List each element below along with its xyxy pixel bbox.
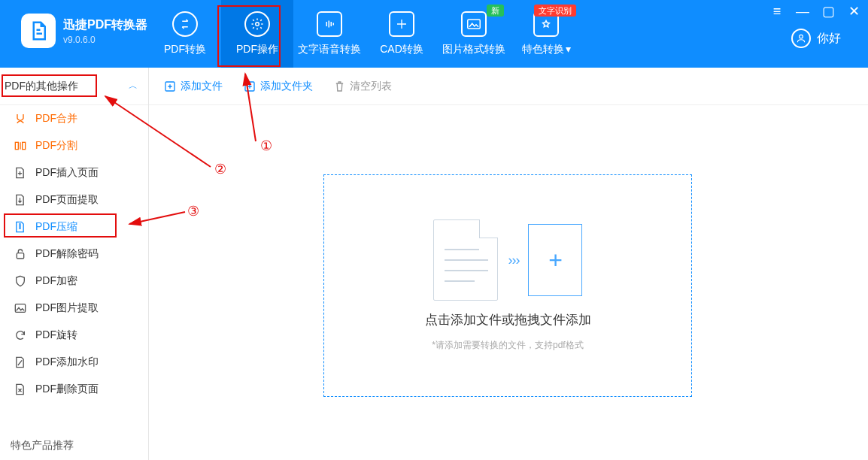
- sidebar-item-label: PDF插入页面: [35, 166, 99, 180]
- audio-icon: [317, 11, 342, 37]
- sidebar-item-delete-page[interactable]: PDF删除页面: [0, 376, 148, 403]
- swap-icon: [172, 11, 198, 37]
- rotate-icon: [14, 329, 26, 342]
- document-icon: [433, 219, 498, 301]
- main-tabs: PDF转换 PDF操作 文字语音转换 CAD转换 新 图片格式转换 文字识别 特…: [149, 0, 582, 68]
- sidebar-item-compress[interactable]: PDF压缩: [0, 213, 148, 241]
- sidebar-item-rotate[interactable]: PDF旋转: [0, 322, 148, 349]
- svg-point-2: [800, 35, 803, 38]
- tab-image-format[interactable]: 新 图片格式转换: [438, 0, 510, 68]
- app-name: 迅捷PDF转换器: [63, 17, 147, 33]
- sidebar-item-remove-password[interactable]: PDF解除密码: [0, 241, 148, 268]
- add-folder-button[interactable]: 添加文件夹: [244, 80, 313, 93]
- tab-label: PDF操作: [236, 43, 278, 56]
- gear-icon: [244, 11, 270, 37]
- sidebar-item-label: PDF图片提取: [35, 301, 99, 315]
- user-greeting: 你好: [817, 31, 841, 47]
- toolbar-label: 添加文件夹: [260, 80, 313, 93]
- image-icon: [461, 11, 487, 37]
- svg-rect-5: [17, 253, 23, 259]
- sidebar-item-label: PDF解除密码: [35, 247, 99, 261]
- add-box-icon: +: [528, 224, 582, 296]
- cad-icon: [389, 11, 414, 37]
- file-plus-icon: [164, 80, 176, 92]
- tab-cad[interactable]: CAD转换: [366, 0, 438, 68]
- shield-icon: [14, 275, 26, 288]
- app-brand: 迅捷PDF转换器 v9.0.6.0: [21, 14, 147, 48]
- watermark-icon: [14, 356, 26, 369]
- toolbar-label: 添加文件: [181, 80, 223, 93]
- toolbar-label: 清空列表: [350, 80, 392, 93]
- arrows-icon: › › ›: [508, 253, 518, 268]
- minimize-button[interactable]: —: [796, 5, 809, 18]
- tab-special[interactable]: 文字识别 特色转换▾: [510, 0, 582, 68]
- user-area[interactable]: 你好: [791, 29, 841, 48]
- title-bar: 迅捷PDF转换器 v9.0.6.0 PDF转换 PDF操作 文字语音转换 CAD…: [0, 0, 868, 68]
- sidebar-group-header[interactable]: PDF的其他操作 ︿: [0, 68, 148, 105]
- tab-label: 文字语音转换: [298, 43, 361, 56]
- annotation-number-1: ①: [260, 138, 272, 154]
- annotation-number-3: ③: [187, 203, 199, 219]
- sidebar-item-watermark[interactable]: PDF添加水印: [0, 349, 148, 376]
- sidebar-item-label: PDF添加水印: [35, 356, 99, 369]
- delete-page-icon: [14, 383, 26, 396]
- sidebar-item-extract-page[interactable]: PDF页面提取: [0, 186, 148, 213]
- merge-icon: [14, 113, 26, 126]
- sidebar-item-label: PDF删除页面: [35, 383, 99, 396]
- dropzone[interactable]: › › › + 点击添加文件或拖拽文件添加 *请添加需要转换的文件，支持pdf格…: [323, 174, 692, 397]
- tab-pdf-convert[interactable]: PDF转换: [149, 0, 221, 68]
- dropzone-subtitle: *请添加需要转换的文件，支持pdf格式: [432, 339, 583, 352]
- toolbar: 添加文件 添加文件夹 清空列表: [149, 68, 868, 105]
- menu-icon[interactable]: ≡: [770, 5, 784, 18]
- folder-plus-icon: [244, 80, 256, 92]
- sidebar-group-label: PDF的其他操作: [5, 80, 78, 93]
- extract-page-icon: [14, 194, 26, 207]
- new-badge: 新: [487, 5, 504, 17]
- app-version: v9.0.6.0: [63, 35, 147, 45]
- add-file-button[interactable]: 添加文件: [164, 80, 223, 93]
- sidebar-item-merge[interactable]: PDF合并: [0, 105, 148, 132]
- chevron-down-icon: ▾: [566, 43, 571, 55]
- image-extract-icon: [14, 302, 26, 315]
- tab-label: 特色转换▾: [522, 43, 571, 56]
- svg-point-0: [256, 23, 259, 26]
- sidebar: PDF的其他操作 ︿ PDF合并 PDF分割 PDF插入页面 PDF页面提取 P…: [0, 68, 149, 460]
- sidebar-item-extract-image[interactable]: PDF图片提取: [0, 295, 148, 322]
- app-logo-icon: [21, 14, 56, 48]
- sidebar-item-label: PDF加密: [35, 274, 77, 288]
- svg-rect-3: [15, 142, 18, 149]
- svg-rect-1: [468, 20, 481, 29]
- insert-page-icon: [14, 167, 26, 180]
- sidebar-item-label: PDF压缩: [35, 220, 77, 234]
- dropzone-title: 点击添加文件或拖拽文件添加: [425, 311, 591, 328]
- tab-pdf-operate[interactable]: PDF操作: [221, 0, 293, 68]
- annotation-number-2: ②: [214, 161, 226, 177]
- sidebar-item-label: PDF合并: [35, 112, 77, 126]
- tab-label: CAD转换: [380, 43, 423, 56]
- dropzone-illustration: › › › +: [433, 219, 583, 301]
- maximize-button[interactable]: ▢: [821, 5, 835, 18]
- close-button[interactable]: ✕: [847, 5, 860, 18]
- sidebar-footer[interactable]: 特色产品推荐: [11, 439, 74, 452]
- svg-rect-4: [22, 142, 25, 149]
- unlock-icon: [14, 248, 26, 261]
- sidebar-item-label: PDF页面提取: [35, 193, 99, 207]
- sidebar-item-split[interactable]: PDF分割: [0, 132, 148, 159]
- tab-label: PDF转换: [164, 43, 206, 56]
- user-icon: [791, 29, 811, 48]
- compress-icon: [14, 221, 26, 234]
- sidebar-item-label: PDF分割: [35, 139, 77, 153]
- tab-label: 图片格式转换: [442, 43, 505, 56]
- window-controls: ≡ — ▢ ✕: [770, 5, 860, 18]
- ocr-badge: 文字识别: [534, 5, 576, 17]
- chevron-up-icon: ︿: [129, 80, 138, 92]
- sidebar-item-label: PDF旋转: [35, 328, 77, 342]
- tab-tts[interactable]: 文字语音转换: [293, 0, 366, 68]
- sidebar-item-insert-page[interactable]: PDF插入页面: [0, 159, 148, 186]
- clear-list-button[interactable]: 清空列表: [334, 80, 392, 93]
- svg-rect-6: [15, 304, 25, 313]
- split-icon: [14, 140, 26, 153]
- trash-icon: [334, 80, 345, 92]
- sidebar-item-encrypt[interactable]: PDF加密: [0, 268, 148, 295]
